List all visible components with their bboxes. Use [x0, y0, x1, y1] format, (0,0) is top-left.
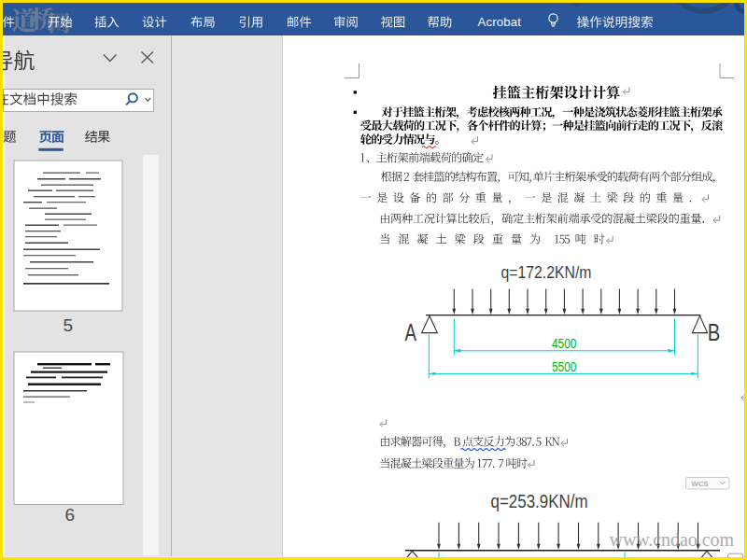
svg-text:q=253.9KN/m: q=253.9KN/m	[491, 490, 588, 511]
svg-text:5500: 5500	[552, 359, 577, 374]
svg-text:q=172.2KN/m: q=172.2KN/m	[501, 263, 592, 282]
svg-text:5: 5	[63, 315, 74, 335]
svg-text:4500: 4500	[552, 336, 577, 351]
svg-text:Acrobat: Acrobat	[478, 15, 522, 29]
svg-text:WCS: WCS	[692, 480, 709, 488]
svg-text:www.cndao.com: www.cndao.com	[610, 529, 735, 550]
svg-text:6: 6	[65, 505, 76, 525]
svg-text:B: B	[708, 318, 721, 346]
svg-text:A: A	[405, 318, 417, 346]
